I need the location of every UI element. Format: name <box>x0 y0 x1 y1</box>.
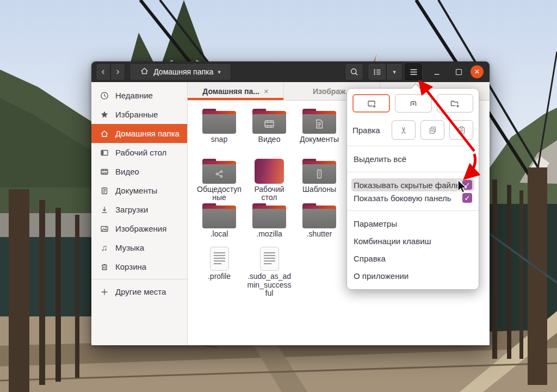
search-icon <box>350 67 359 77</box>
edit-label: Правка <box>352 126 392 135</box>
desktop: ‹ › Домашняя папка ▾ ▾ – <box>0 0 557 392</box>
file-item[interactable]: Общедоступные <box>194 158 244 202</box>
sidebar-item-trash[interactable]: Корзина <box>91 257 187 276</box>
sidebar-item-home[interactable]: Домашняя папка <box>91 124 187 143</box>
sidebar-item-label: Другие места <box>115 287 166 296</box>
file-item[interactable]: snap <box>194 108 244 158</box>
file-name: .sudo_as_admin_successful <box>247 272 292 298</box>
menu-item-about[interactable]: О приложении <box>352 269 473 283</box>
menu-item-preferences[interactable]: Параметры <box>352 217 473 231</box>
sidebar-item-music[interactable]: ♫ Музыка <box>91 238 187 257</box>
text-file-icon <box>260 247 279 271</box>
sidebar-item-downloads[interactable]: Загрузки <box>91 200 187 219</box>
file-item[interactable]: Рабочий стол <box>244 158 294 202</box>
sidebar-item-label: Документы <box>115 186 157 195</box>
folder-icon <box>252 203 286 228</box>
hamburger-menu-button[interactable] <box>405 63 422 80</box>
menu-separator <box>347 210 479 211</box>
file-item[interactable]: .mozilla <box>244 202 294 245</box>
file-item[interactable]: .shutter <box>294 202 344 245</box>
menu-item-show-hidden-files[interactable]: Показывать скрытые файлы ✓ <box>351 178 474 191</box>
file-item[interactable]: .sudo_as_admin_successful <box>244 245 294 298</box>
new-tab-button[interactable] <box>395 94 431 113</box>
hamburger-menu-popup: Правка ✂ Выделить всё Показывать скрытые… <box>346 88 479 290</box>
paste-button[interactable] <box>449 120 473 140</box>
document-icon <box>100 186 109 195</box>
sidebar-item-starred[interactable]: Избранные <box>91 105 187 124</box>
copy-button[interactable] <box>420 120 444 140</box>
plus-icon <box>100 287 109 296</box>
forward-button[interactable]: › <box>110 63 125 80</box>
new-window-button[interactable] <box>352 94 390 113</box>
chevron-down-icon: ▾ <box>393 69 396 76</box>
music-note-icon: ♫ <box>100 243 109 252</box>
copy-icon <box>428 126 437 135</box>
tab-close-icon[interactable]: × <box>264 86 269 96</box>
checkbox-checked[interactable]: ✓ <box>462 180 472 190</box>
maximize-button[interactable] <box>450 61 467 82</box>
sidebar-item-label: Изображения <box>115 224 166 233</box>
file-item[interactable]: Документы <box>294 108 344 158</box>
text-file-icon <box>210 247 229 271</box>
sidebar-item-other-places[interactable]: Другие места <box>91 282 187 301</box>
close-button[interactable]: ✕ <box>469 61 485 82</box>
menu-separator <box>347 172 479 172</box>
view-options-button[interactable]: ▾ <box>386 63 403 80</box>
file-name: snap <box>211 135 227 144</box>
paste-icon <box>457 126 466 135</box>
sidebar-item-label: Избранные <box>115 110 158 119</box>
folder-icon <box>202 109 236 134</box>
menu-item-select-all[interactable]: Выделить всё <box>352 152 473 166</box>
chevron-down-icon: ▾ <box>218 69 221 76</box>
view-toggle-button[interactable] <box>368 63 386 80</box>
file-name: Шаблоны <box>302 185 336 194</box>
folder-videos-icon <box>252 109 286 134</box>
file-name: Документы <box>300 135 339 144</box>
star-icon <box>100 110 109 119</box>
menu-item-help[interactable]: Справка <box>352 252 473 265</box>
home-icon <box>100 129 109 138</box>
download-icon <box>100 205 109 214</box>
file-name: Рабочий стол <box>247 185 292 202</box>
search-button[interactable] <box>345 63 363 80</box>
file-item[interactable]: Шаблоны <box>294 158 344 202</box>
file-item[interactable]: .profile <box>194 245 244 298</box>
new-folder-button[interactable] <box>437 94 473 113</box>
folder-icon <box>202 203 236 228</box>
menu-item-label: Показать боковую панель <box>354 194 451 203</box>
sidebar-item-documents[interactable]: Документы <box>91 181 187 200</box>
checkbox-checked[interactable]: ✓ <box>462 193 472 203</box>
menu-separator <box>347 146 479 146</box>
image-icon <box>100 224 109 233</box>
path-label: Домашняя папка <box>153 67 213 76</box>
path-button[interactable]: Домашняя папка ▾ <box>129 63 231 80</box>
file-name: .local <box>211 230 228 239</box>
back-button[interactable]: ‹ <box>96 63 110 80</box>
menu-item-keyboard-shortcuts[interactable]: Комбинации клавиш <box>352 234 473 248</box>
sidebar-item-label: Музыка <box>115 243 144 252</box>
sidebar-item-pictures[interactable]: Изображения <box>91 219 187 238</box>
sidebar-item-label: Видео <box>115 167 139 176</box>
tab-home[interactable]: Домашняя па... × <box>188 82 284 100</box>
list-view-icon <box>373 67 382 77</box>
sidebar-item-recent[interactable]: Недавние <box>91 86 187 105</box>
forward-icon: › <box>116 66 120 76</box>
menu-item-show-sidebar[interactable]: Показать боковую панель ✓ <box>351 191 474 204</box>
sidebar: Недавние Избранные Домашняя папка Рабочи… <box>91 82 188 345</box>
minimize-icon: – <box>435 69 440 79</box>
new-tab-icon <box>409 99 418 108</box>
desktop-icon <box>100 148 109 157</box>
cut-button[interactable]: ✂ <box>392 120 416 140</box>
minimize-button[interactable]: – <box>429 61 445 82</box>
trash-icon <box>100 262 109 271</box>
file-item[interactable]: .local <box>194 202 244 245</box>
sidebar-item-videos[interactable]: Видео <box>91 162 187 181</box>
file-name: .shutter <box>307 230 332 239</box>
sidebar-item-label: Рабочий стол <box>115 148 166 157</box>
menu-item-label: Показывать скрытые файлы <box>354 181 461 190</box>
sidebar-item-desktop[interactable]: Рабочий стол <box>91 143 187 162</box>
file-item[interactable]: Видео <box>244 108 294 158</box>
sidebar-item-label: Загрузки <box>115 205 148 214</box>
close-icon: ✕ <box>471 65 484 78</box>
folder-documents-icon <box>302 109 336 134</box>
